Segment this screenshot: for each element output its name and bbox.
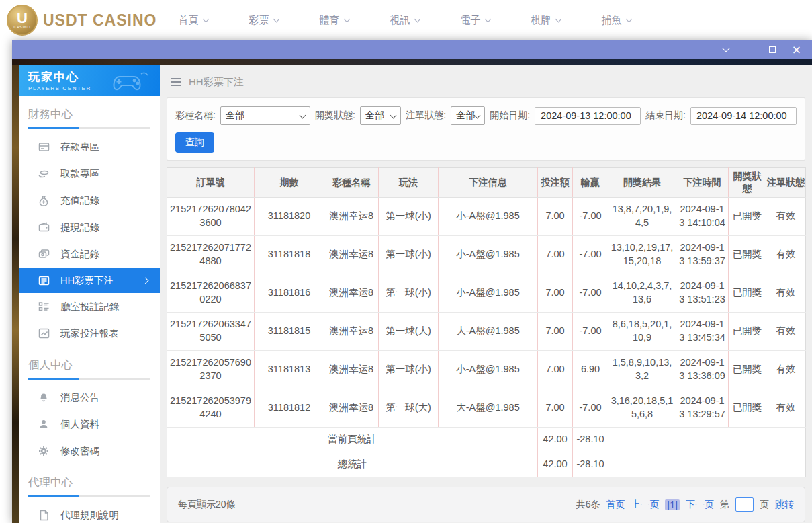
summary-empty (608, 428, 806, 452)
column-header: 下注時間 (676, 168, 729, 198)
table-cell: 2152172620717724880 (167, 236, 255, 274)
start-date-input[interactable] (535, 107, 641, 125)
table-cell: 已開獎 (729, 389, 766, 428)
nav-item[interactable]: 彩票 (228, 14, 299, 27)
section-divider (28, 127, 150, 129)
draw-status-select[interactable]: 全部 (360, 106, 401, 125)
lottery-name-label: 彩種名稱: (175, 110, 216, 122)
nav-item-label: 捕魚 (602, 14, 622, 27)
nav-item[interactable]: 首頁 (158, 14, 228, 27)
table-cell: 大-A盤@1.985 (439, 389, 538, 428)
table-cell: -7.00 (573, 313, 608, 351)
nav-item[interactable]: 體育 (299, 14, 369, 27)
table-cell: -7.00 (573, 389, 608, 428)
nav-item[interactable]: 棋牌 (510, 14, 581, 27)
column-header: 開獎狀態 (729, 168, 766, 198)
draw-status-label: 開獎狀態: (315, 110, 355, 122)
nav-item[interactable]: 電子 (440, 14, 510, 27)
page-jump-input[interactable] (735, 497, 754, 512)
table-row: 215217262057690237031181813澳洲幸运8第一球(小)小-… (167, 351, 806, 389)
sidebar-item[interactable]: 充值記錄 (19, 187, 160, 214)
bets-table-wrap: 訂單號期數彩種名稱玩法下注信息投注額輸贏開獎結果下注時間開獎狀態注單狀態 215… (167, 167, 805, 477)
bet-list-icon (38, 274, 50, 286)
sidebar-item[interactable]: 提現記錄 (19, 214, 160, 241)
sidebar-item-label: 存款專區 (60, 140, 99, 153)
nav-item[interactable]: 視訊 (369, 14, 440, 27)
table-cell: 2024-09-13 13:59:37 (676, 236, 729, 274)
window-collapse-icon[interactable] (722, 44, 729, 52)
table-cell: 有效 (766, 198, 806, 236)
sidebar-item[interactable]: 廳室投註記錄 (19, 293, 160, 320)
nav-item-label: 棋牌 (531, 14, 551, 27)
column-header: 彩種名稱 (324, 168, 379, 198)
table-cell: 第一球(大) (379, 313, 439, 351)
draw-status-value: 全部 (365, 110, 384, 122)
jump-button[interactable]: 跳转 (775, 499, 794, 511)
table-row: 215217262071772488031181818澳洲幸运8第一球(小)小-… (167, 236, 806, 274)
column-header: 訂單號 (167, 168, 255, 198)
end-date-input[interactable] (690, 107, 797, 125)
prev-page-link[interactable]: 上一页 (631, 499, 659, 511)
coins-icon (38, 248, 50, 260)
sidebar-item-label: 消息公告 (60, 391, 99, 404)
sidebar-menu: 財務中心 存款專區 取款專區 充值記錄 提現記錄 (19, 107, 160, 523)
table-cell: 31181818 (255, 236, 324, 274)
table-cell: 7.00 (538, 274, 573, 313)
table-cell: 第一球(小) (379, 274, 439, 313)
summary-empty (608, 452, 806, 477)
table-cell: 第一球(小) (379, 198, 439, 236)
sidebar-item[interactable]: 代理規則說明 (19, 501, 160, 523)
logo-text: USDT CASINO (43, 11, 156, 30)
sidebar-item[interactable]: 存款專區 (19, 133, 160, 160)
first-page-link[interactable]: 首页 (606, 499, 625, 511)
table-cell: 已開獎 (729, 198, 766, 236)
sidebar-item-label: 取款專區 (60, 167, 99, 180)
sidebar-item-label: 資金記錄 (60, 248, 99, 261)
table-cell: 澳洲幸运8 (324, 274, 379, 313)
sidebar-item-label: 個人資料 (60, 418, 99, 431)
table-row: 215217262053979424031181812澳洲幸运8第一球(大)大-… (167, 389, 806, 428)
table-cell: 2024-09-13 13:45:34 (676, 313, 729, 351)
order-status-select[interactable]: 全部 (451, 106, 485, 125)
table-cell: 2152172620576902370 (167, 351, 255, 389)
sidebar-item[interactable]: 消息公告 (19, 384, 160, 411)
end-date-label: 結束日期: (645, 110, 686, 122)
wallet-icon (38, 221, 50, 233)
column-header: 開獎結果 (608, 168, 676, 198)
query-button[interactable]: 查詢 (175, 132, 214, 153)
table-cell: 31181816 (255, 274, 324, 313)
window-minimize-icon[interactable] (745, 50, 753, 50)
report-chart-icon (38, 327, 50, 339)
table-row: 215217262066837022031181816澳洲幸运8第一球(小)小-… (167, 274, 806, 313)
table-cell: 2024-09-13 13:51:23 (676, 274, 729, 313)
sidebar-item[interactable]: 修改密碼 (19, 438, 160, 465)
sidebar-item[interactable]: 資金記錄 (19, 241, 160, 268)
sidebar-item[interactable]: 個人資料 (19, 411, 160, 438)
table-cell: 7.00 (538, 389, 573, 428)
lottery-name-select[interactable]: 全部 (220, 106, 310, 125)
section-divider (28, 378, 150, 380)
sidebar-item[interactable]: HH彩票下注 (19, 268, 160, 293)
page-title: HH彩票下注 (189, 76, 244, 89)
summary-row: 總統計 42.00 -28.10 (167, 452, 806, 477)
site-logo[interactable]: U CASINO USDT CASINO (7, 5, 156, 36)
next-page-link[interactable]: 下一页 (686, 499, 714, 511)
table-cell: 31181820 (255, 198, 324, 236)
table-cell: 13,10,2,19,17,15,20,18 (608, 236, 676, 274)
page-header: HH彩票下注 (160, 72, 812, 92)
summary-bet-amount: 42.00 (538, 452, 573, 477)
top-navigation-bar: U CASINO USDT CASINO 首頁 彩票 體育 視訊 電子 棋牌 捕… (0, 0, 812, 40)
hamburger-menu-icon[interactable] (171, 78, 181, 86)
nav-item[interactable]: 捕魚 (581, 14, 651, 27)
logo-coin-icon: U CASINO (7, 5, 38, 36)
sidebar-item[interactable]: 取款專區 (19, 160, 160, 187)
sidebar: 玩家中心 PLAYERS CENTER 財務中心 存款專區 取款專區 (19, 65, 160, 523)
window-close-icon[interactable]: × (792, 45, 801, 54)
sidebar-item[interactable]: 玩家投注報表 (19, 320, 160, 347)
table-cell: 3,16,20,18,5,15,6,8 (608, 389, 676, 428)
window-maximize-icon[interactable] (769, 46, 776, 53)
chevron-down-icon (202, 15, 209, 22)
table-cell: 大-A盤@1.985 (439, 313, 538, 351)
table-cell: 2024-09-13 14:10:04 (676, 198, 729, 236)
sidebar-item-label: 廳室投註記錄 (60, 300, 119, 313)
